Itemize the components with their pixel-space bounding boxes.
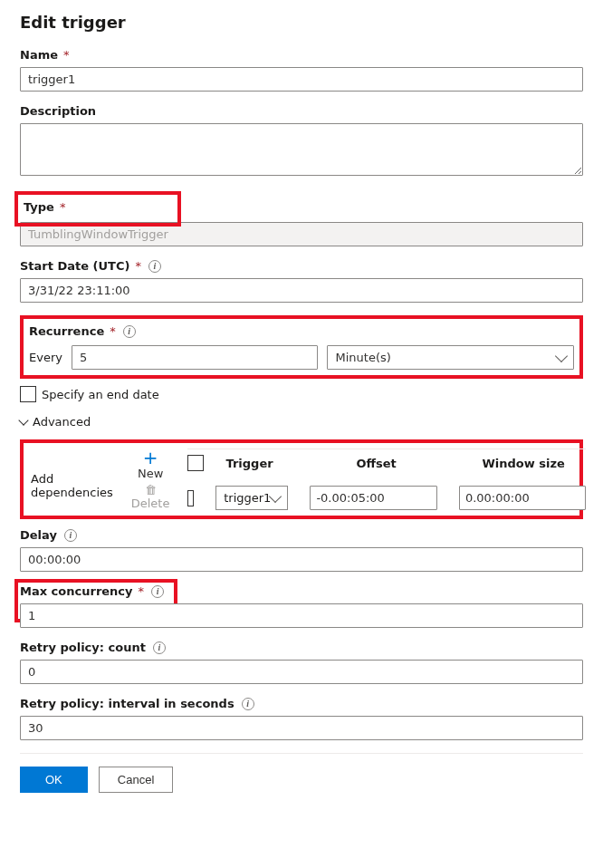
- dependency-offset-input[interactable]: [310, 486, 437, 510]
- specify-end-label: Specify an end date: [42, 388, 159, 401]
- ok-button[interactable]: OK: [20, 767, 88, 793]
- dependency-trigger-select[interactable]: trigger1: [215, 486, 288, 510]
- type-highlight: Type*: [14, 191, 181, 227]
- recurrence-unit-select[interactable]: Minute(s): [327, 345, 574, 370]
- max-concurrency-label: Max concurrency*i: [20, 584, 583, 598]
- delete-button: Delete: [131, 497, 170, 510]
- info-icon[interactable]: i: [153, 641, 166, 654]
- page-title: Edit trigger: [20, 13, 583, 32]
- trigger-column-header: Trigger: [225, 457, 334, 470]
- add-dependencies-label: Add dependencies: [31, 448, 113, 499]
- name-input[interactable]: [20, 67, 583, 92]
- delay-input[interactable]: [20, 547, 583, 572]
- start-date-input[interactable]: [20, 278, 583, 303]
- recurrence-highlight: Recurrence*i Every Minute(s): [20, 315, 583, 379]
- trash-icon: 🗑: [145, 484, 157, 496]
- dependency-row: trigger1: [187, 486, 586, 510]
- info-icon[interactable]: i: [123, 325, 136, 338]
- max-concurrency-input[interactable]: [20, 603, 583, 628]
- retry-interval-label: Retry policy: interval in secondsi: [20, 697, 583, 710]
- info-icon[interactable]: i: [242, 698, 254, 710]
- window-column-header: Window size: [482, 457, 586, 470]
- chevron-down-icon: [555, 349, 568, 362]
- description-textarea[interactable]: [20, 123, 583, 176]
- new-button[interactable]: New: [138, 467, 163, 480]
- recurrence-label: Recurrence*i: [29, 324, 574, 338]
- offset-column-header: Offset: [356, 457, 460, 470]
- dependency-window-input[interactable]: [459, 486, 587, 510]
- description-label: Description: [20, 104, 583, 118]
- cancel-button[interactable]: Cancel: [99, 767, 173, 793]
- start-date-label: Start Date (UTC)*i: [20, 259, 583, 273]
- plus-icon[interactable]: +: [143, 448, 158, 467]
- retry-count-label: Retry policy: counti: [20, 641, 583, 654]
- dependencies-highlight: Add dependencies + New 🗑 Delete Trigger …: [20, 439, 583, 519]
- info-icon[interactable]: i: [64, 529, 77, 542]
- row-checkbox[interactable]: [187, 490, 194, 506]
- every-label: Every: [29, 351, 62, 364]
- info-icon[interactable]: i: [148, 260, 161, 273]
- retry-interval-input[interactable]: [20, 716, 583, 740]
- retry-count-input[interactable]: [20, 660, 583, 684]
- delay-label: Delayi: [20, 528, 583, 542]
- recurrence-every-input[interactable]: [72, 345, 319, 370]
- chevron-down-icon: [269, 489, 282, 502]
- advanced-toggle[interactable]: Advanced: [20, 415, 583, 429]
- name-label: Name*: [20, 48, 583, 62]
- info-icon[interactable]: i: [151, 585, 164, 598]
- chevron-down-icon: [18, 415, 28, 425]
- select-all-checkbox[interactable]: [187, 455, 204, 471]
- specify-end-checkbox[interactable]: [20, 386, 36, 402]
- type-label: Type*: [24, 200, 177, 214]
